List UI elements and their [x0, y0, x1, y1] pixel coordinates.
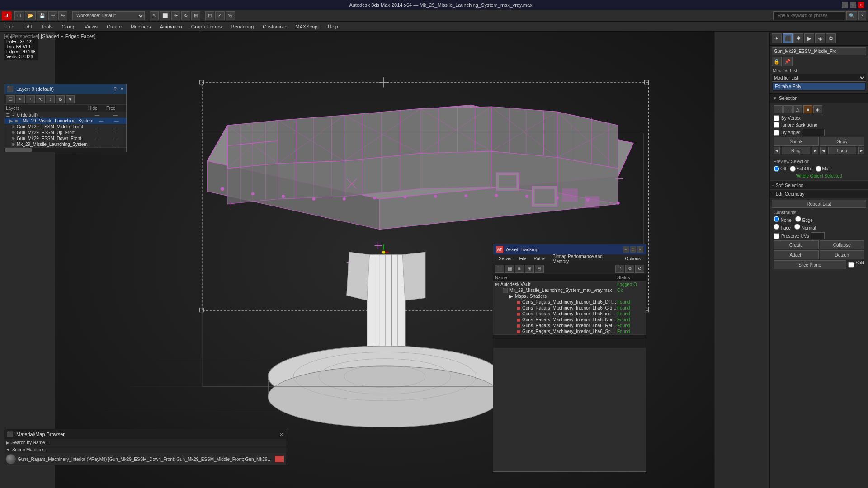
- menu-edit[interactable]: Edit: [19, 22, 37, 32]
- preview-off-label[interactable]: Off: [774, 166, 786, 172]
- constraint-edge-label[interactable]: Edge: [795, 216, 813, 223]
- ring-button[interactable]: Ring: [782, 147, 810, 154]
- at-tb-btn1[interactable]: ⬛: [495, 265, 504, 273]
- rp-icon-hierarchy[interactable]: ✱: [793, 33, 803, 43]
- at-menu-options[interactable]: Options: [622, 256, 644, 262]
- scale-button[interactable]: ⊞: [191, 11, 200, 20]
- ignore-backfacing-checkbox[interactable]: [774, 122, 779, 128]
- layers-add-button[interactable]: ☐: [6, 95, 15, 103]
- at-row-tex3[interactable]: ◼ Guns_Ragars_Machinery_Interior_Lha6_io…: [515, 311, 646, 317]
- detach-button[interactable]: Detach: [820, 250, 865, 259]
- move-button[interactable]: ✛: [171, 11, 180, 20]
- mat-browser-close[interactable]: ×: [279, 431, 283, 438]
- loop-next-button[interactable]: ▶: [858, 147, 864, 154]
- ring-prev-button[interactable]: ◀: [774, 147, 780, 154]
- layer-item-sys[interactable]: ⊕ Mk_29_Missile_Launching_System — —: [9, 141, 126, 147]
- menu-maxscript[interactable]: MAXScript: [291, 22, 323, 32]
- at-row-maps[interactable]: ▶ Maps / Shaders: [508, 293, 646, 299]
- rotate-button[interactable]: ↻: [181, 11, 190, 20]
- at-row-vault[interactable]: ⊞ Autodesk Vault Logged O: [493, 282, 646, 287]
- preview-off-radio[interactable]: [774, 166, 779, 172]
- constraint-normal-radio[interactable]: [794, 224, 800, 230]
- at-row-tex6[interactable]: ◼ Guns_Ragars_Machinery_Interior_Lha6_Sp…: [515, 328, 646, 334]
- at-menu-file[interactable]: File: [515, 256, 530, 262]
- repeat-last-button[interactable]: Repeat Last: [772, 200, 866, 208]
- modifier-item-editpoly[interactable]: Editable Poly: [773, 83, 865, 90]
- menu-views[interactable]: Views: [80, 22, 102, 32]
- ring-next-button[interactable]: ▶: [812, 147, 818, 154]
- close-button[interactable]: ×: [858, 2, 864, 8]
- at-tb-btn2[interactable]: ▦: [505, 265, 514, 273]
- at-settings-button[interactable]: ⚙: [625, 265, 634, 273]
- layers-more-button[interactable]: ▼: [66, 95, 75, 103]
- rp-icon-motion[interactable]: ▶: [804, 33, 814, 43]
- sel-poly-btn[interactable]: ■: [803, 105, 812, 113]
- preview-multi-label[interactable]: Multi: [816, 166, 832, 172]
- preview-subobj-label[interactable]: SubObj: [790, 166, 811, 172]
- at-menu-paths[interactable]: Paths: [530, 256, 549, 262]
- layers-help-icon[interactable]: ?: [114, 86, 117, 92]
- menu-rendering[interactable]: Rendering: [226, 22, 259, 32]
- constraint-none-radio[interactable]: [774, 216, 779, 222]
- menu-tools[interactable]: Tools: [37, 22, 57, 32]
- help-button[interactable]: ?: [858, 11, 866, 20]
- at-row-file[interactable]: ⬛ Mk_29_Missile_Launching_System_max_vra…: [500, 287, 646, 293]
- at-row-tex1[interactable]: ◼ Guns_Ragars_Machinery_Interior_Lha6_Di…: [515, 299, 646, 305]
- menu-customize[interactable]: Customize: [258, 22, 291, 32]
- minimize-button[interactable]: −: [842, 2, 848, 8]
- at-row-tex5[interactable]: ◼ Guns_Ragars_Machinery_Interior_Lha6_Re…: [515, 323, 646, 328]
- menu-modifiers[interactable]: Modifiers: [126, 22, 156, 32]
- menu-animation[interactable]: Animation: [156, 22, 187, 32]
- rp-icon-modify[interactable]: ⬛: [783, 33, 793, 43]
- by-angle-input[interactable]: 45.0: [802, 129, 825, 136]
- preview-subobj-radio[interactable]: [790, 166, 796, 172]
- constraint-edge-radio[interactable]: [795, 216, 801, 222]
- layers-delete-button[interactable]: ×: [16, 95, 25, 103]
- split-checkbox[interactable]: [848, 260, 854, 269]
- shrink-button[interactable]: Shrink: [774, 137, 819, 146]
- layers-settings-button[interactable]: ⚙: [56, 95, 65, 103]
- modifier-list[interactable]: Modifier List: [772, 74, 866, 82]
- constraint-face-label[interactable]: Face: [774, 224, 791, 230]
- snap-button[interactable]: ⊡: [205, 11, 214, 20]
- soft-selection-header[interactable]: + Soft Selection: [770, 181, 868, 189]
- at-menu-server[interactable]: Server: [495, 256, 515, 262]
- rp-icon-display[interactable]: ◈: [815, 33, 825, 43]
- at-row-tex4[interactable]: ◼ Guns_Ragars_Machinery_Interior_Lha6_No…: [515, 317, 646, 323]
- material-item-row[interactable]: Guns_Ragars_Machinery_Interior (VRayMtl)…: [4, 453, 286, 465]
- attach-button[interactable]: Attach: [774, 250, 819, 259]
- preview-multi-radio[interactable]: [816, 166, 821, 172]
- constraint-face-radio[interactable]: [774, 224, 779, 230]
- new-button[interactable]: ☐: [14, 11, 24, 20]
- viewport[interactable]: [+] [Perspective] [Shaded + Edged Faces]…: [0, 32, 769, 488]
- layer-item-mk29[interactable]: ▶ ■ Mk_29_Missile_Launching_System — —: [4, 118, 126, 124]
- at-row-tex2[interactable]: ◼ Guns_Ragars_Machinery_Interior_Lha6_Gl…: [515, 305, 646, 311]
- layers-scroll-thumb[interactable]: [5, 148, 32, 152]
- at-minimize-button[interactable]: −: [623, 246, 629, 253]
- layer-item-gun3[interactable]: ⊕ Gun_Mk29_ESSM_Down_Front — —: [9, 136, 126, 141]
- selection-header[interactable]: ▼ Selection: [770, 94, 868, 103]
- redo-button[interactable]: ↪: [58, 11, 67, 20]
- grow-button[interactable]: Grow: [820, 137, 865, 146]
- menu-file[interactable]: File: [2, 22, 19, 32]
- preserve-uvs-input[interactable]: [811, 232, 825, 239]
- undo-button[interactable]: ↩: [48, 11, 57, 20]
- at-hscroll[interactable]: [493, 334, 646, 339]
- menu-create[interactable]: Create: [102, 22, 126, 32]
- at-menu-bitmap[interactable]: Bitmap Performance and Memory: [549, 253, 621, 264]
- layers-hscroll[interactable]: [4, 147, 126, 152]
- search-button[interactable]: 🔍: [846, 11, 857, 20]
- layers-move-button[interactable]: ↕: [46, 95, 55, 103]
- at-tb-btn4[interactable]: ⊞: [525, 265, 534, 273]
- layer-item-gun2[interactable]: ⊕ Gun_Mk29_ESSM_Up_Front — —: [9, 130, 126, 136]
- at-help-button[interactable]: ?: [615, 265, 624, 273]
- sel-edge-btn[interactable]: —: [783, 105, 793, 113]
- rp-icon-utilities[interactable]: ✿: [826, 33, 836, 43]
- loop-prev-button[interactable]: ◀: [820, 147, 826, 154]
- menu-graph-editors[interactable]: Graph Editors: [187, 22, 226, 32]
- mod-pin-icon[interactable]: 📌: [783, 57, 793, 66]
- layers-new-button[interactable]: +: [26, 95, 35, 103]
- constraint-none-label[interactable]: None: [774, 216, 792, 223]
- mod-lock-icon[interactable]: 🔒: [772, 57, 782, 66]
- search-input[interactable]: [773, 11, 845, 20]
